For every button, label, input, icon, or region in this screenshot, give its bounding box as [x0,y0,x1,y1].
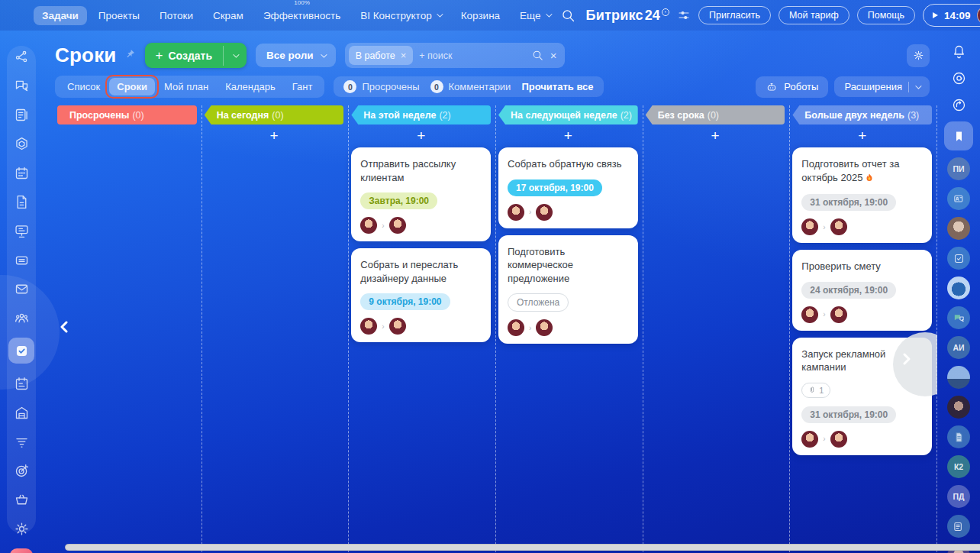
chat-avatar-3[interactable] [947,396,970,419]
deadline-badge[interactable]: 9 октября, 19:00 [360,293,450,310]
create-task-button[interactable]: +Создать [145,43,247,68]
comments-counter[interactable]: 0 Комментарии [430,80,511,93]
extensions-button[interactable]: Расширения [834,76,930,97]
group-chat-item[interactable] [947,306,970,329]
board-icon[interactable] [12,222,31,240]
worktime-widget[interactable]: 14:09 [923,4,980,27]
my-tariff-button[interactable]: Мой тариф [779,6,849,24]
chat-badge-k2[interactable]: К2 [947,455,970,478]
scroll-left-chevron-icon[interactable] [58,321,70,336]
nav-item-efficiency[interactable]: 100% Эффективность [255,6,349,25]
overdue-counter[interactable]: 0 Просрочены [343,80,419,93]
tasks-icon-active[interactable] [8,338,34,364]
add-task-button[interactable]: + [351,125,491,147]
add-task-button[interactable]: + [498,125,638,147]
tab-deadlines[interactable]: Сроки [109,78,155,95]
help-button[interactable]: Помощь [857,6,915,24]
tab-my-plan[interactable]: Мой план [156,78,216,95]
tab-gantt[interactable]: Гант [285,78,321,95]
scroll-right-chevron-icon[interactable] [901,353,913,368]
settings-gear-icon[interactable] [12,519,31,538]
column-overdue-header[interactable]: Просрочены (0) [57,105,197,125]
feed-icon[interactable] [12,105,31,124]
calendar-icon[interactable] [12,163,31,182]
task-card[interactable]: Отправить рассылку клиентам Завтра, 19:0… [351,147,491,241]
user-avatar[interactable] [977,6,980,24]
search-input-placeholder[interactable]: + поиск [419,50,525,61]
nav-item-projects[interactable]: Проекты [90,6,148,25]
shop-cart-icon[interactable] [12,490,31,509]
column-this-week-header[interactable]: На этой неделе (2) [351,105,491,125]
planner-icon[interactable] [12,374,31,393]
chat-badge-pd[interactable]: ПД [947,485,970,508]
notifications-bell-icon[interactable] [949,41,969,61]
chat-badge-ai[interactable]: АИ [947,336,970,359]
tab-calendar[interactable]: Календарь [218,78,283,95]
crm-icon[interactable] [12,134,31,153]
messenger-icon[interactable] [12,76,31,95]
column-overdue: Просрочены (0) [55,105,202,526]
tab-list[interactable]: Список [60,78,108,95]
messenger-chat-icon[interactable] [949,95,969,115]
robot-avatar[interactable] [947,276,970,299]
clear-search-icon[interactable]: × [550,49,557,62]
pin-icon[interactable] [124,48,136,63]
document-chat-item[interactable] [947,425,970,448]
column-more-than-two-weeks-header[interactable]: Больше двух недель (3) [792,105,932,125]
nav-item-recycle-bin[interactable]: Корзина [453,6,508,25]
storage-icon[interactable] [12,403,31,422]
automation-icon[interactable] [12,47,31,66]
nav-item-more[interactable]: Еще [511,6,558,25]
marketing-target-icon[interactable] [12,461,31,480]
company-icon[interactable] [12,309,31,327]
task-card[interactable]: Подготовить отчет за октябрь 2025 31 окт… [792,147,932,243]
deadline-badge[interactable]: Завтра, 19:00 [360,192,437,209]
chat-badge-pi[interactable]: ПИ [947,157,970,180]
copilot-icon[interactable] [949,68,969,88]
column-no-deadline-header[interactable]: Без срока (0) [646,105,785,125]
view-settings-gear-icon[interactable] [907,44,930,67]
docs-icon[interactable] [12,192,31,211]
status-badge[interactable]: Отложена [508,293,569,312]
drive-icon[interactable] [12,251,31,269]
nav-item-scrum[interactable]: Скрам [205,6,252,25]
add-task-button[interactable]: + [646,125,785,147]
nav-item-tasks[interactable]: Задачи [34,6,87,25]
checklist-chat-item[interactable] [947,247,970,270]
chat-avatar-1[interactable] [947,217,970,240]
robots-button[interactable]: Роботы [756,76,828,98]
filter-chip-in-progress[interactable]: В работе × [349,46,414,65]
contact-card-chat-item[interactable] [947,187,970,210]
task-card[interactable]: Подготовить коммерческое предложение Отл… [498,235,638,344]
bitrix24-logo[interactable]: Битрикс24 · [586,8,669,24]
task-card[interactable]: Собрать обратную связь 17 октября, 19:00… [498,147,638,228]
search-filter-bar[interactable]: В работе × + поиск × [345,43,565,68]
task-card[interactable]: Собрать и переслать дизайнеру данные 9 о… [351,248,491,342]
nav-item-bi-constructor[interactable]: BI Конструктор [352,6,449,25]
task-card[interactable]: Проверить смету 24 октября, 19:00 › [792,250,932,331]
add-task-button[interactable]: + [792,125,932,147]
column-today-header[interactable]: На сегодня (0) [205,105,344,125]
deadline-badge[interactable]: 31 октября, 19:00 [801,406,896,423]
deadline-badge[interactable]: 31 октября, 19:00 [801,194,896,211]
nav-item-flows[interactable]: Потоки [151,6,201,25]
rocket-icon[interactable] [10,548,33,553]
chip-close-icon[interactable]: × [401,50,407,61]
sliders-icon[interactable] [677,8,691,22]
bookmark-saved-icon[interactable] [944,121,973,150]
mail-icon[interactable] [12,280,31,298]
horizontal-scrollbar[interactable] [65,544,980,551]
read-all-button[interactable]: Прочитать все [521,81,593,92]
column-next-week-header[interactable]: На следующей неделе (2) [498,105,638,125]
search-icon[interactable] [531,49,544,62]
deadline-badge[interactable]: 24 октября, 19:00 [801,282,896,299]
deadline-badge[interactable]: 17 октября, 19:00 [508,179,602,196]
search-icon[interactable] [559,5,579,25]
add-task-button[interactable]: + [205,125,344,147]
invite-button[interactable]: Пригласить [698,6,771,24]
create-dropdown-toggle[interactable] [223,46,247,66]
roles-filter-button[interactable]: Все роли [256,44,336,67]
chat-avatar-2[interactable] [947,366,970,389]
news-chat-item[interactable] [947,515,970,538]
sales-funnel-icon[interactable] [12,432,31,451]
